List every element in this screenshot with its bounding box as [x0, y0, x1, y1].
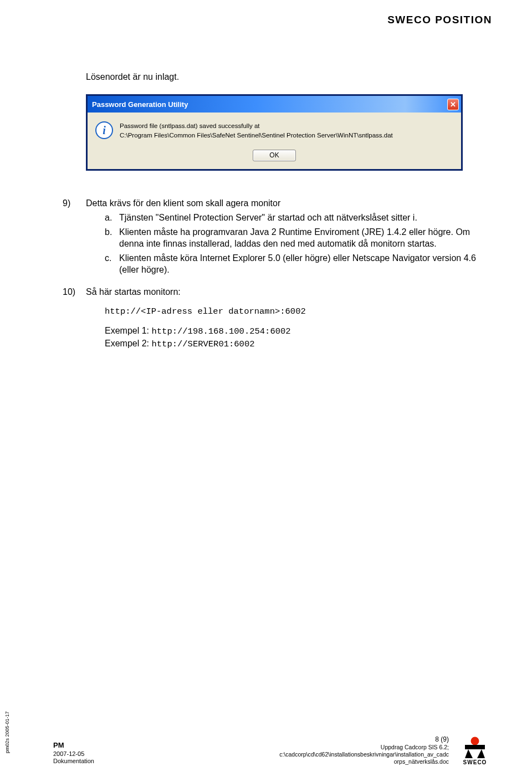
sweco-logo-text: SWECO	[458, 759, 492, 765]
subitem-b: b. Klienten måste ha programvaran Java 2…	[105, 226, 485, 250]
subitem-a-text: Tjänsten "Sentinel Protection Server" är…	[119, 212, 485, 224]
side-revision-code: pm02s 2005-01-17	[4, 711, 10, 753]
subitem-b-text: Klienten måste ha programvaran Java 2 Ru…	[119, 226, 485, 250]
dialog-body: Password file (sntlpass.dat) saved succe…	[88, 113, 461, 147]
subitem-c-text: Klienten måste köra Internet Explorer 5.…	[119, 252, 485, 276]
info-icon-wrap	[95, 121, 120, 140]
page-content: Lösenordet är nu inlagt. Password Genera…	[86, 72, 485, 350]
http-template-line: http://<IP-adress eller datornamn>:6002	[105, 306, 485, 318]
info-icon	[95, 121, 113, 139]
dialog-titlebar: Password Generation Utility ✕	[88, 96, 461, 113]
list-item-9: 9) Detta krävs för den klient som skall …	[63, 197, 485, 276]
subitem-mark: a.	[105, 212, 119, 224]
page-footer: PM 2007-12-05 Dokumentation 8 (9) Uppdra…	[53, 735, 492, 765]
ok-button[interactable]: OK	[253, 150, 296, 161]
dialog-button-row: OK	[88, 147, 461, 169]
intro-paragraph: Lösenordet är nu inlagt.	[86, 72, 485, 82]
subitem-a: a. Tjänsten "Sentinel Protection Server"…	[105, 212, 485, 224]
dialog-title: Password Generation Utility	[92, 100, 188, 109]
close-icon[interactable]: ✕	[447, 99, 459, 110]
example-2-label: Exempel 2:	[105, 339, 151, 348]
dialog-message-line2: C:\Program Files\Common Files\SafeNet Se…	[120, 131, 454, 140]
example-1-line: Exempel 1: http://198.168.100.254:6002	[105, 325, 485, 338]
list-item-10-text: Så här startas monitorn:	[86, 286, 485, 298]
dialog-message: Password file (sntlpass.dat) saved succe…	[120, 121, 454, 140]
footer-path2: orps_nätverkslås.doc	[279, 758, 449, 765]
footer-uppdrag: Uppdrag Cadcorp SIS 6.2;	[279, 744, 449, 751]
numbered-list: 9) Detta krävs för den klient som skall …	[86, 197, 485, 350]
sweco-logo: SWECO	[458, 736, 492, 765]
list-item-10: 10) Så här startas monitorn:	[63, 286, 485, 298]
dialog-message-line1: Password file (sntlpass.dat) saved succe…	[120, 121, 454, 131]
brand-header: SWECO POSITION	[387, 14, 492, 26]
list-number: 10)	[63, 286, 86, 298]
sweco-logo-icon	[463, 736, 487, 758]
example-2-value: http://SERVER01:6002	[151, 339, 254, 349]
list-item-9-text: Detta krävs för den klient som skall age…	[86, 197, 485, 209]
footer-date: 2007-12-05	[53, 750, 94, 758]
example-2-line: Exempel 2: http://SERVER01:6002	[105, 338, 485, 350]
footer-left: PM 2007-12-05 Dokumentation	[53, 741, 94, 765]
subitem-mark: c.	[105, 252, 119, 276]
dialog-window: Password Generation Utility ✕ Password f…	[86, 94, 463, 171]
subitem-c: c. Klienten måste köra Internet Explorer…	[105, 252, 485, 276]
svg-point-0	[471, 737, 479, 745]
footer-page-number: 8 (9)	[279, 735, 449, 744]
footer-path1: c:\cadcorp\cd\cd62\installationsbeskrivn…	[279, 751, 449, 758]
svg-rect-1	[465, 745, 485, 749]
footer-dokumentation: Dokumentation	[53, 758, 94, 765]
subitem-mark: b.	[105, 226, 119, 250]
list-number: 9)	[63, 197, 86, 276]
example-1-value: http://198.168.100.254:6002	[151, 326, 290, 336]
example-1-label: Exempel 1:	[105, 326, 151, 335]
footer-pm: PM	[53, 741, 94, 750]
